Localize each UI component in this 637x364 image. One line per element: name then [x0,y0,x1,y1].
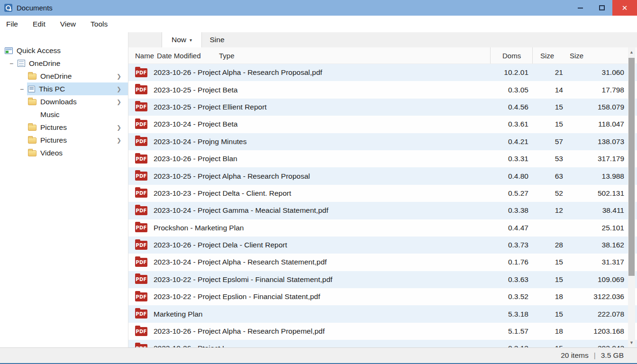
file-row[interactable]: PDF 2023-10-26 - Project Alpha - Researc… [128,64,637,81]
file-name: 2023-10-26 - Project Dela - Client Repor… [154,241,490,249]
pdf-file-icon: PDF [135,137,147,146]
file-name: Prockshon - Marketing Plan [154,224,490,232]
file-row[interactable]: PDF 2023-10-26 - Project Dela - Client R… [128,237,637,254]
sidebar-item-body[interactable]: Downloads ❯ [27,95,128,108]
menu-item[interactable]: File [6,20,18,28]
file-size-value: 15 [532,275,566,284]
sidebar-item-label: OneDrine [40,72,72,81]
chevron-right-icon[interactable]: ❯ [117,86,121,92]
content-area: Quick Access − OneDrine OneDrine ❯ [0,32,637,347]
file-doms-value: 0.3.61 [490,120,532,128]
file-row[interactable]: PDF 2023-10-24 - Projng Minutes 0.4.21 5… [128,133,637,150]
chevron-right-icon[interactable]: ❯ [117,99,121,105]
file-doms-value: 5.3.18 [490,310,532,318]
sidebar-item-label: OneDrine [29,59,60,68]
chevron-right-icon[interactable]: ❯ [117,124,121,131]
total-size: 3.5 GB [601,351,624,360]
sidebar-item-body[interactable]: This PC ❯ [27,82,128,95]
file-doms-value: 0.4.21 [490,137,532,146]
file-size-value: 15 [532,310,566,318]
file-size-value: 12 [532,206,566,215]
column-header-type[interactable]: Type [219,47,490,64]
file-row[interactable]: PDF 2023-10-24 - Project Gamma - Meacial… [128,202,637,219]
scroll-up-icon[interactable]: ▲ [628,47,635,57]
window-title: Documents [17,4,53,12]
file-size2-value: 38.162 [566,241,630,249]
file-row[interactable]: PDF Prockshon - Marketing Plan 0.4.47 25… [128,219,637,237]
folder-icon [28,125,36,131]
file-size2-value: 13.988 [566,172,630,181]
sidebar-item-body[interactable]: Music [27,108,128,121]
file-size-value: 53 [532,155,566,163]
file-row[interactable]: PDF 2023-10-24 - Project Alpha - Researc… [128,254,637,271]
sidebar-item[interactable]: OneDrine ❯ [0,70,128,82]
sidebar-item-label: Videos [40,149,63,157]
column-header-size-2[interactable]: Size [566,47,630,64]
close-button[interactable]: ✕ [612,0,637,16]
sidebar-item-body[interactable]: Quick Access [4,44,128,57]
scrollbar-track[interactable] [628,57,635,338]
file-name: Marketing Plan [154,310,490,318]
menu-item[interactable]: View [60,20,76,28]
pdf-file-icon: PDF [135,155,147,164]
sidebar-item-body[interactable]: Videos [27,146,128,159]
file-row[interactable]: PDF 2023-10-26 - Project Blan 0.3.31 53 … [128,150,637,167]
column-header-doms[interactable]: Doms [490,47,532,64]
sidebar-item-body[interactable]: OneDrine ❯ [27,70,128,82]
file-doms-value: 0.3.73 [490,241,532,249]
sidebar-item-body[interactable]: OneDrine [17,57,128,70]
file-row[interactable]: PDF 2023-10-26 - Project Alpha - Researc… [128,323,637,340]
sidebar-item[interactable]: Videos [0,146,128,159]
sidebar-item-body[interactable]: Pictures ❯ [27,121,128,134]
column-header-date-modified[interactable]: Date Modified [157,47,219,64]
scrollbar-thumb[interactable] [628,58,635,276]
sidebar-item[interactable]: Pictures ❯ [0,121,128,134]
collapse-indicator[interactable]: − [9,60,17,67]
pdf-file-icon: PDF [135,292,147,301]
file-name: 2023-10-25 - Project Ellient Report [154,103,490,111]
file-size2-value: 317.179 [566,155,630,163]
tab-now[interactable]: Now ▾ [162,32,202,47]
menu-item[interactable]: Tools [91,20,108,28]
sidebar-item[interactable]: − OneDrine [0,57,128,70]
file-row[interactable]: PDF 2023-10-25 - Project Ellient Report … [128,99,637,116]
menu-item[interactable]: Edit [33,20,46,28]
sidebar-item[interactable]: Pictures ❯ [0,134,128,146]
file-size-value: 14 [532,86,566,94]
column-header-size[interactable]: Size [532,47,566,64]
collapse-indicator[interactable]: − [20,85,27,93]
sidebar-item[interactable]: − This PC ❯ [0,82,128,95]
sidebar-item-label: Quick Access [17,46,61,55]
column-header-name[interactable]: Name [128,47,157,64]
vertical-scrollbar[interactable]: ▲ ▼ [628,47,635,347]
sidebar-item[interactable]: Music [0,108,128,121]
sidebar-item[interactable]: Downloads ❯ [0,95,128,108]
pdf-file-icon: PDF [135,172,147,181]
maximize-button[interactable] [591,0,612,16]
chevron-right-icon[interactable]: ❯ [117,137,121,144]
tab-sine-label: Sine [209,36,224,44]
file-size2-value: 502.131 [566,189,630,198]
file-row[interactable]: PDF Marketing Plan 5.3.18 15 222.078 [128,305,637,322]
file-size2-value: 138.073 [566,137,630,146]
folder-icon [28,99,36,105]
file-row[interactable]: PDF 2023-10-25 - Project Beta 0.3.05 14 … [128,81,637,98]
file-row[interactable]: PDF 2023-10-23 - Project Delta - Client.… [128,185,637,202]
scroll-down-icon[interactable]: ▼ [628,338,635,347]
file-row[interactable]: PDF 2023-10-22 - Project Epslion - Finan… [128,288,637,305]
chevron-right-icon[interactable]: ❯ [117,73,121,80]
pdf-file-icon: PDF [135,189,147,198]
this-pc-icon [28,86,35,92]
sidebar-item-body[interactable]: Pictures ❯ [27,134,128,146]
file-row[interactable]: PDF 2023-10-25 - Project Alpha - Researc… [128,167,637,184]
sidebar-item[interactable]: Quick Access [0,44,128,57]
file-doms-value: 0.3.31 [490,155,532,163]
minimize-button[interactable] [570,0,591,16]
file-row[interactable]: PDF 2023-10-22 - Project Epslomi - Finan… [128,271,637,288]
file-size-value: 63 [532,172,566,181]
file-row[interactable]: PDF 2023-10-24 - Project Beta 0.3.61 15 … [128,116,637,133]
file-name: 2023-10-25 - Project Beta [154,86,490,94]
tab-sine[interactable]: Sine [202,32,232,47]
folder-icon [28,150,36,156]
file-row[interactable]: PDF 2023-10-26 - Ptoject I 0.3.13 15 303… [128,340,637,347]
